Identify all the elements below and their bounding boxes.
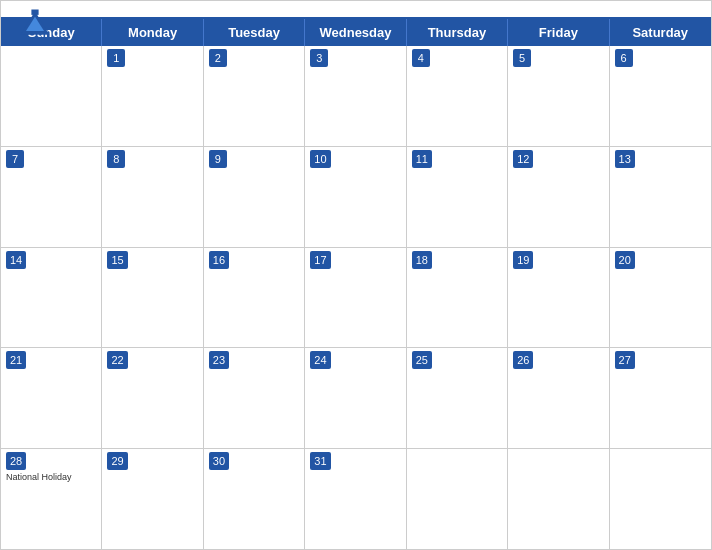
- day-cell: 29: [102, 449, 203, 549]
- day-cell: 12: [508, 147, 609, 247]
- logo-icon: [17, 9, 53, 37]
- week-row-4: 21222324252627: [1, 348, 711, 449]
- day-number: 19: [513, 251, 533, 269]
- day-number: 10: [310, 150, 330, 168]
- day-number: 16: [209, 251, 229, 269]
- day-cell: [1, 46, 102, 146]
- day-cell: 17: [305, 248, 406, 348]
- day-number: 9: [209, 150, 227, 168]
- week-row-2: 78910111213: [1, 147, 711, 248]
- day-number: 18: [412, 251, 432, 269]
- day-cell: 22: [102, 348, 203, 448]
- day-number: 6: [615, 49, 633, 67]
- calendar-wrapper: Sunday Monday Tuesday Wednesday Thursday…: [0, 0, 712, 550]
- day-number: 23: [209, 351, 229, 369]
- day-number: 1: [107, 49, 125, 67]
- day-cell: 21: [1, 348, 102, 448]
- day-cell: 10: [305, 147, 406, 247]
- day-number: 25: [412, 351, 432, 369]
- day-event: National Holiday: [6, 472, 96, 482]
- day-number: 26: [513, 351, 533, 369]
- day-cell: 30: [204, 449, 305, 549]
- day-cell: 16: [204, 248, 305, 348]
- svg-rect-2: [31, 10, 38, 15]
- day-cell: 19: [508, 248, 609, 348]
- day-number: 8: [107, 150, 125, 168]
- day-cell: 3: [305, 46, 406, 146]
- day-cell: 6: [610, 46, 711, 146]
- header-tuesday: Tuesday: [204, 19, 305, 46]
- day-number: 7: [6, 150, 24, 168]
- header-saturday: Saturday: [610, 19, 711, 46]
- day-number: 12: [513, 150, 533, 168]
- weeks-container: 1234567891011121314151617181920212223242…: [1, 46, 711, 549]
- day-number: 11: [412, 150, 432, 168]
- day-number: 15: [107, 251, 127, 269]
- calendar-grid: Sunday Monday Tuesday Wednesday Thursday…: [1, 17, 711, 549]
- day-cell: 8: [102, 147, 203, 247]
- day-cell: 4: [407, 46, 508, 146]
- calendar-header: [1, 1, 711, 17]
- day-number: 5: [513, 49, 531, 67]
- header-friday: Friday: [508, 19, 609, 46]
- day-number: 14: [6, 251, 26, 269]
- day-cell: 18: [407, 248, 508, 348]
- day-number: 4: [412, 49, 430, 67]
- header-wednesday: Wednesday: [305, 19, 406, 46]
- day-cell: 25: [407, 348, 508, 448]
- header-monday: Monday: [102, 19, 203, 46]
- day-cell: 28National Holiday: [1, 449, 102, 549]
- day-number: 3: [310, 49, 328, 67]
- day-cell: 31: [305, 449, 406, 549]
- day-number: 21: [6, 351, 26, 369]
- day-cell: 14: [1, 248, 102, 348]
- day-cell: 2: [204, 46, 305, 146]
- day-cell: 20: [610, 248, 711, 348]
- day-cell: 26: [508, 348, 609, 448]
- day-cell: 15: [102, 248, 203, 348]
- day-number: 2: [209, 49, 227, 67]
- day-cell: 1: [102, 46, 203, 146]
- day-cell: 24: [305, 348, 406, 448]
- day-cell: 5: [508, 46, 609, 146]
- day-number: 29: [107, 452, 127, 470]
- day-number: 13: [615, 150, 635, 168]
- day-cell: [610, 449, 711, 549]
- day-number: 20: [615, 251, 635, 269]
- day-number: 31: [310, 452, 330, 470]
- day-number: 22: [107, 351, 127, 369]
- week-row-3: 14151617181920: [1, 248, 711, 349]
- day-cell: [407, 449, 508, 549]
- week-row-5: 28National Holiday293031: [1, 449, 711, 549]
- logo-area: [17, 9, 53, 37]
- header-thursday: Thursday: [407, 19, 508, 46]
- day-number: 17: [310, 251, 330, 269]
- day-cell: 7: [1, 147, 102, 247]
- day-cell: 27: [610, 348, 711, 448]
- day-cell: [508, 449, 609, 549]
- week-row-1: 123456: [1, 46, 711, 147]
- day-number: 27: [615, 351, 635, 369]
- day-cell: 23: [204, 348, 305, 448]
- day-headers-row: Sunday Monday Tuesday Wednesday Thursday…: [1, 19, 711, 46]
- day-number: 28: [6, 452, 26, 470]
- day-cell: 13: [610, 147, 711, 247]
- day-number: 24: [310, 351, 330, 369]
- day-cell: 11: [407, 147, 508, 247]
- day-cell: 9: [204, 147, 305, 247]
- day-number: 30: [209, 452, 229, 470]
